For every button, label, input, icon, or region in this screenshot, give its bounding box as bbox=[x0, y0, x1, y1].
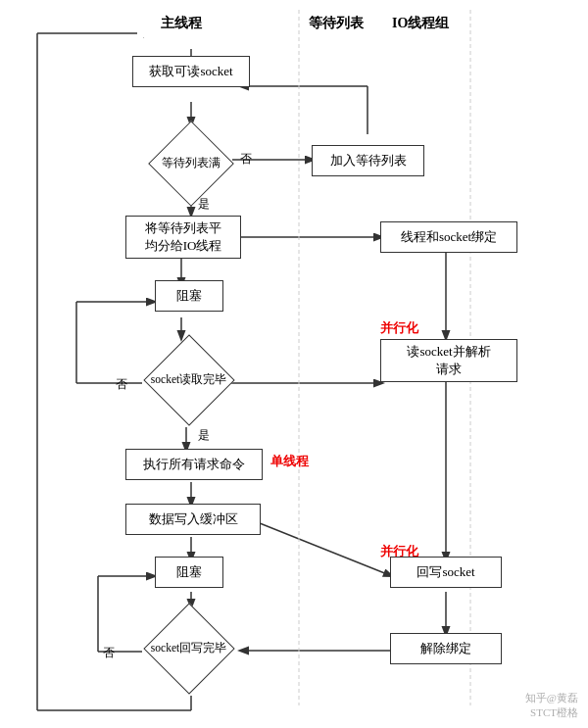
watermark: 知乎@黄磊 STCT橙格 bbox=[525, 691, 578, 720]
execute-box: 执行所有请求命令 bbox=[125, 449, 263, 480]
yes-label-1: 是 bbox=[198, 196, 210, 213]
wait-full-diamond: 等待列表满 bbox=[147, 120, 235, 208]
thread-bind-box: 线程和socket绑定 bbox=[380, 221, 517, 253]
single-thread-label: 单线程 bbox=[270, 453, 309, 470]
header-io-thread: IO线程组 bbox=[392, 15, 449, 32]
header-wait-list: 等待列表 bbox=[309, 15, 364, 32]
svg-line-28 bbox=[255, 521, 392, 576]
read-parse-box: 读socket并解析 请求 bbox=[380, 339, 517, 382]
write-socket-diamond: socket回写完毕 bbox=[142, 602, 235, 695]
block1-box: 阻塞 bbox=[155, 280, 223, 312]
no-label-1: 否 bbox=[240, 151, 252, 168]
no-label-2: 否 bbox=[116, 376, 127, 393]
write-back-box: 回写socket bbox=[390, 557, 502, 588]
read-socket-diamond: socket读取完毕 bbox=[142, 333, 235, 426]
add-wait-list-box: 加入等待列表 bbox=[312, 145, 424, 176]
distribute-box: 将等待列表平 均分给IO线程 bbox=[125, 216, 241, 259]
parallel-label-1: 并行化 bbox=[380, 319, 418, 337]
header-main-thread: 主线程 bbox=[137, 10, 225, 37]
write-buffer-box: 数据写入缓冲区 bbox=[125, 504, 261, 535]
no-label-3: 否 bbox=[103, 645, 115, 661]
diagram: 主线程 等待列表 IO线程组 获取可读socket 等待列表满 否 是 加入等待… bbox=[0, 0, 588, 728]
get-socket-box: 获取可读socket bbox=[132, 56, 250, 87]
yes-label-2: 是 bbox=[198, 427, 210, 444]
unbind-box: 解除绑定 bbox=[390, 633, 502, 664]
block2-box: 阻塞 bbox=[155, 557, 223, 588]
